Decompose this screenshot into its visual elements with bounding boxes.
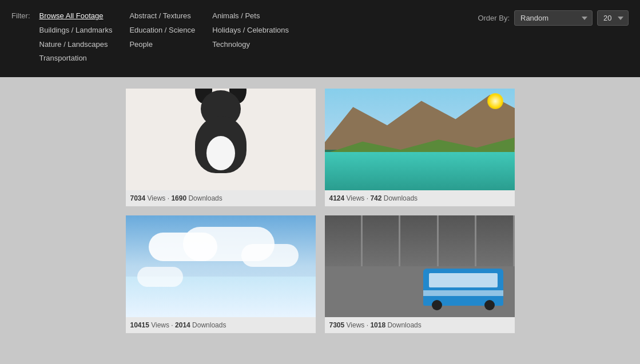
filter-education[interactable]: Education / Science [129,25,195,37]
filter-browse-all[interactable]: Browse All Footage [39,10,113,22]
views-label-clouds: Views [151,321,169,329]
thumbnail-dog [126,89,316,190]
separator-clouds-1: · [171,321,173,329]
filter-row: Filter: Browse All Footage Buildings / L… [11,10,629,65]
filter-transportation[interactable]: Transportation [39,53,113,65]
downloads-count-mountain: 742 [370,194,381,202]
item-stats-mountain: 4124 Views · 742 Downloads [325,190,515,206]
filter-label: Filter: [11,10,30,20]
separator-mountain-1: · [367,194,368,202]
filter-col-1: Browse All Footage Buildings / Landmarks… [39,10,113,65]
bus-band [423,290,503,296]
cloud-4 [137,267,183,287]
downloads-label-clouds: Downloads [192,321,226,329]
views-count-bus: 7305 [329,321,345,329]
filter-abstract[interactable]: Abstract / Textures [129,10,195,22]
order-label: Order By: [478,14,510,22]
downloads-count-bus: 1018 [370,321,385,329]
separator-dog-1: · [168,194,169,202]
gallery-item-mountain[interactable]: 4124 Views · 742 Downloads [325,89,515,206]
separator-bus-1: · [367,321,368,329]
views-count-mountain: 4124 [329,194,345,202]
filter-animals[interactable]: Animals / Pets [212,10,289,22]
dog-chest [206,136,235,170]
gallery-item-bus[interactable]: 7305 Views · 1018 Downloads [325,215,515,333]
downloads-label-bus: Downloads [387,321,421,329]
order-section: Order By: Random Most Views Most Downloa… [478,10,629,26]
gallery: 7034 Views · 1690 Downloads 4124 [126,89,515,333]
filter-bar: Filter: Browse All Footage Buildings / L… [0,0,640,77]
mountain-water [325,152,515,191]
filter-technology[interactable]: Technology [212,39,289,51]
page-wrapper: Filter: Browse All Footage Buildings / L… [0,0,640,345]
views-label-mountain: Views [347,194,365,202]
filter-col-2: Abstract / Textures Education / Science … [129,10,195,65]
gallery-item-dog[interactable]: 7034 Views · 1690 Downloads [126,89,316,206]
filter-left: Filter: Browse All Footage Buildings / L… [11,10,289,65]
downloads-count-clouds: 2014 [175,321,190,329]
filter-nature[interactable]: Nature / Landscapes [39,39,113,51]
per-page-select[interactable]: 20 40 60 [597,10,629,26]
downloads-label-dog: Downloads [188,194,222,202]
content-wrapper: 7034 Views · 1690 Downloads 4124 [0,77,640,345]
thumbnail-clouds [126,215,316,317]
item-stats-dog: 7034 Views · 1690 Downloads [126,190,316,206]
filter-col-3: Animals / Pets Holidays / Celebrations T… [212,10,289,65]
mountain-sun [487,93,503,109]
bus-body [423,269,503,306]
filter-people[interactable]: People [129,39,195,51]
views-count-clouds: 10415 [130,321,149,329]
views-label-dog: Views [148,194,166,202]
bus-wheel-left [432,300,442,310]
filter-buildings[interactable]: Buildings / Landmarks [39,25,113,37]
downloads-count-dog: 1690 [171,194,186,202]
thumbnail-bus [325,215,515,317]
bus-windows [429,273,498,287]
thumbnail-mountain [325,89,515,190]
downloads-label-mountain: Downloads [384,194,418,202]
filter-holidays[interactable]: Holidays / Celebrations [212,25,289,37]
gallery-item-clouds[interactable]: 10415 Views · 2014 Downloads [126,215,316,333]
views-label-bus: Views [347,321,365,329]
bus-wheel-right [484,300,495,310]
order-by-select[interactable]: Random Most Views Most Downloads Newest [514,10,593,26]
views-count-dog: 7034 [130,194,146,202]
cloud-3 [241,244,299,267]
item-stats-bus: 7305 Views · 1018 Downloads [325,317,515,333]
filter-columns: Browse All Footage Buildings / Landmarks… [39,10,289,65]
item-stats-clouds: 10415 Views · 2014 Downloads [126,317,316,333]
